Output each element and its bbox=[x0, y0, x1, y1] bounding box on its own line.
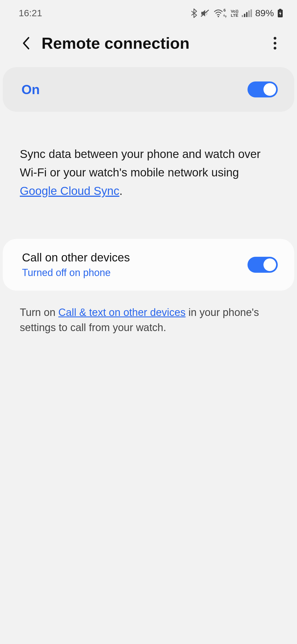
wifi-icon: 6 bbox=[213, 9, 224, 17]
status-icons: 6 Vo)) LTE 89% bbox=[191, 8, 283, 18]
svg-point-6 bbox=[274, 47, 276, 50]
call-card-title: Call on other devices bbox=[22, 251, 130, 264]
bluetooth-icon bbox=[191, 9, 197, 18]
call-hint-text: Turn on Call & text on other devices in … bbox=[0, 291, 297, 335]
battery-charging-icon bbox=[277, 9, 283, 18]
sync-description: Sync data between your phone and watch o… bbox=[0, 112, 297, 200]
battery-percent: 89% bbox=[255, 8, 274, 18]
back-button[interactable] bbox=[18, 35, 34, 51]
volte-icon: Vo)) LTE bbox=[231, 9, 238, 17]
more-vertical-icon bbox=[273, 37, 277, 50]
svg-rect-3 bbox=[279, 9, 281, 10]
more-options-button[interactable] bbox=[267, 35, 283, 51]
page-header: Remote connection bbox=[0, 24, 297, 64]
call-card-subtitle: Turned off on phone bbox=[22, 267, 130, 279]
volte-top: Vo)) bbox=[231, 9, 238, 13]
master-toggle-card[interactable]: On bbox=[3, 67, 294, 112]
svg-point-4 bbox=[274, 37, 276, 40]
svg-point-5 bbox=[274, 42, 276, 45]
toggle-knob bbox=[263, 83, 276, 96]
sync-text-post: . bbox=[119, 184, 123, 197]
master-toggle-label: On bbox=[21, 82, 40, 97]
status-bar: 16:21 6 bbox=[0, 0, 297, 24]
call-other-devices-toggle[interactable] bbox=[248, 257, 278, 273]
svg-point-1 bbox=[218, 16, 219, 17]
call-text-other-devices-link[interactable]: Call & text on other devices bbox=[58, 307, 186, 318]
call-other-devices-card[interactable]: Call on other devices Turned off on phon… bbox=[3, 239, 294, 291]
master-toggle-switch[interactable] bbox=[248, 81, 278, 97]
wifi-6-label: 6 bbox=[224, 8, 226, 12]
volte-bottom: LTE bbox=[231, 13, 238, 17]
sync-text-pre: Sync data between your phone and watch o… bbox=[20, 148, 261, 179]
status-time: 16:21 bbox=[19, 8, 42, 18]
page-title: Remote connection bbox=[42, 34, 267, 52]
mute-icon bbox=[200, 9, 210, 17]
chevron-left-icon bbox=[22, 36, 30, 50]
hint-pre: Turn on bbox=[20, 307, 58, 318]
google-cloud-sync-link[interactable]: Google Cloud Sync bbox=[20, 184, 119, 197]
toggle-knob bbox=[263, 258, 276, 271]
signal-icon bbox=[242, 9, 252, 17]
